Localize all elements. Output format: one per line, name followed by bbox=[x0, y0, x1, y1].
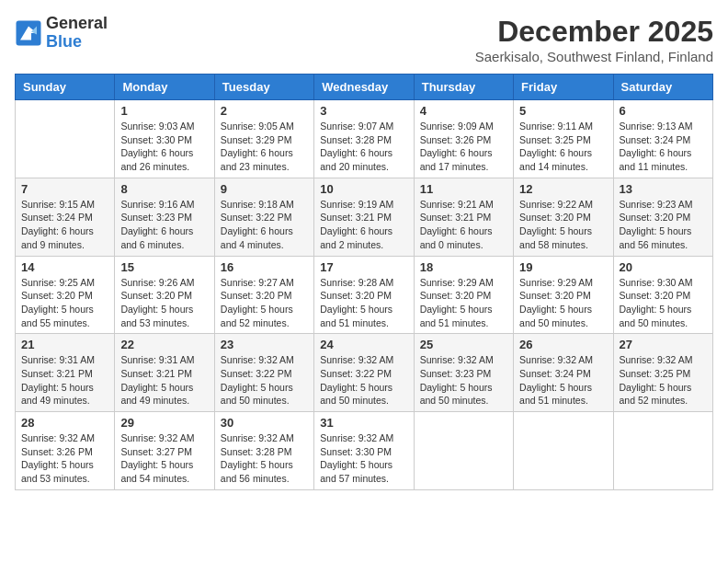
calendar-cell: 1Sunrise: 9:03 AM Sunset: 3:30 PM Daylig… bbox=[115, 100, 214, 178]
day-info: Sunrise: 9:27 AM Sunset: 3:20 PM Dayligh… bbox=[221, 276, 308, 330]
day-number: 29 bbox=[120, 416, 208, 430]
day-number: 6 bbox=[620, 104, 707, 118]
weekday-header: Thursday bbox=[414, 75, 513, 100]
calendar-cell: 23Sunrise: 9:32 AM Sunset: 3:22 PM Dayli… bbox=[214, 334, 313, 412]
day-info: Sunrise: 9:09 AM Sunset: 3:26 PM Dayligh… bbox=[420, 120, 507, 174]
day-number: 31 bbox=[320, 416, 407, 430]
day-number: 27 bbox=[620, 338, 707, 351]
day-number: 21 bbox=[21, 338, 108, 351]
day-number: 26 bbox=[519, 338, 607, 351]
day-info: Sunrise: 9:21 AM Sunset: 3:21 PM Dayligh… bbox=[420, 198, 507, 252]
calendar-cell: 9Sunrise: 9:18 AM Sunset: 3:22 PM Daylig… bbox=[214, 178, 313, 256]
day-number: 30 bbox=[221, 416, 308, 430]
day-info: Sunrise: 9:25 AM Sunset: 3:20 PM Dayligh… bbox=[21, 276, 108, 330]
day-info: Sunrise: 9:22 AM Sunset: 3:20 PM Dayligh… bbox=[519, 198, 607, 252]
day-number: 17 bbox=[320, 260, 407, 274]
day-number: 4 bbox=[420, 104, 507, 118]
weekday-header: Saturday bbox=[613, 75, 712, 100]
day-number: 23 bbox=[221, 338, 308, 351]
day-info: Sunrise: 9:31 AM Sunset: 3:21 PM Dayligh… bbox=[21, 353, 108, 408]
day-number: 10 bbox=[320, 182, 407, 196]
logo-icon bbox=[15, 19, 42, 47]
day-number: 13 bbox=[620, 182, 707, 196]
day-info: Sunrise: 9:18 AM Sunset: 3:22 PM Dayligh… bbox=[221, 198, 308, 252]
day-info: Sunrise: 9:03 AM Sunset: 3:30 PM Dayligh… bbox=[120, 120, 208, 174]
calendar-cell: 27Sunrise: 9:32 AM Sunset: 3:25 PM Dayli… bbox=[613, 334, 712, 412]
calendar-week-row: 14Sunrise: 9:25 AM Sunset: 3:20 PM Dayli… bbox=[16, 256, 713, 334]
day-number: 14 bbox=[21, 260, 108, 274]
day-number: 7 bbox=[21, 182, 108, 196]
calendar-cell: 8Sunrise: 9:16 AM Sunset: 3:23 PM Daylig… bbox=[115, 178, 214, 256]
calendar-week-row: 1Sunrise: 9:03 AM Sunset: 3:30 PM Daylig… bbox=[16, 100, 713, 178]
day-info: Sunrise: 9:13 AM Sunset: 3:24 PM Dayligh… bbox=[620, 120, 707, 174]
day-number: 20 bbox=[620, 260, 707, 274]
day-info: Sunrise: 9:32 AM Sunset: 3:24 PM Dayligh… bbox=[519, 353, 607, 408]
weekday-header: Wednesday bbox=[314, 75, 414, 100]
day-info: Sunrise: 9:15 AM Sunset: 3:24 PM Dayligh… bbox=[21, 198, 108, 252]
calendar-cell bbox=[414, 412, 513, 490]
calendar-cell: 31Sunrise: 9:32 AM Sunset: 3:30 PM Dayli… bbox=[314, 412, 414, 490]
weekday-header: Friday bbox=[514, 75, 613, 100]
day-number: 1 bbox=[120, 104, 208, 118]
day-info: Sunrise: 9:05 AM Sunset: 3:29 PM Dayligh… bbox=[221, 120, 308, 174]
calendar-week-row: 7Sunrise: 9:15 AM Sunset: 3:24 PM Daylig… bbox=[16, 178, 713, 256]
calendar-week-row: 28Sunrise: 9:32 AM Sunset: 3:26 PM Dayli… bbox=[16, 412, 713, 490]
day-number: 24 bbox=[320, 338, 407, 351]
day-number: 19 bbox=[519, 260, 607, 274]
day-number: 2 bbox=[221, 104, 308, 118]
calendar-cell: 22Sunrise: 9:31 AM Sunset: 3:21 PM Dayli… bbox=[115, 334, 214, 412]
calendar-cell: 3Sunrise: 9:07 AM Sunset: 3:28 PM Daylig… bbox=[314, 100, 414, 178]
day-number: 15 bbox=[120, 260, 208, 274]
calendar-cell: 7Sunrise: 9:15 AM Sunset: 3:24 PM Daylig… bbox=[16, 178, 115, 256]
day-info: Sunrise: 9:16 AM Sunset: 3:23 PM Dayligh… bbox=[120, 198, 208, 252]
calendar-week-row: 21Sunrise: 9:31 AM Sunset: 3:21 PM Dayli… bbox=[16, 334, 713, 412]
day-info: Sunrise: 9:29 AM Sunset: 3:20 PM Dayligh… bbox=[519, 276, 607, 330]
day-info: Sunrise: 9:32 AM Sunset: 3:27 PM Dayligh… bbox=[120, 431, 208, 486]
day-info: Sunrise: 9:32 AM Sunset: 3:23 PM Dayligh… bbox=[420, 353, 507, 408]
calendar-cell: 21Sunrise: 9:31 AM Sunset: 3:21 PM Dayli… bbox=[16, 334, 115, 412]
calendar-table: SundayMondayTuesdayWednesdayThursdayFrid… bbox=[15, 74, 713, 490]
day-info: Sunrise: 9:32 AM Sunset: 3:22 PM Dayligh… bbox=[320, 353, 407, 408]
calendar-cell bbox=[514, 412, 613, 490]
weekday-header: Tuesday bbox=[214, 75, 313, 100]
calendar-cell: 18Sunrise: 9:29 AM Sunset: 3:20 PM Dayli… bbox=[414, 256, 513, 334]
day-info: Sunrise: 9:32 AM Sunset: 3:26 PM Dayligh… bbox=[21, 431, 108, 486]
calendar-cell: 19Sunrise: 9:29 AM Sunset: 3:20 PM Dayli… bbox=[514, 256, 613, 334]
calendar-cell: 11Sunrise: 9:21 AM Sunset: 3:21 PM Dayli… bbox=[414, 178, 513, 256]
day-number: 16 bbox=[221, 260, 308, 274]
calendar-cell: 15Sunrise: 9:26 AM Sunset: 3:20 PM Dayli… bbox=[115, 256, 214, 334]
calendar-cell: 16Sunrise: 9:27 AM Sunset: 3:20 PM Dayli… bbox=[214, 256, 313, 334]
weekday-header: Monday bbox=[115, 75, 214, 100]
calendar-cell: 28Sunrise: 9:32 AM Sunset: 3:26 PM Dayli… bbox=[16, 412, 115, 490]
day-info: Sunrise: 9:31 AM Sunset: 3:21 PM Dayligh… bbox=[120, 353, 208, 408]
day-number: 28 bbox=[21, 416, 108, 430]
calendar-cell: 29Sunrise: 9:32 AM Sunset: 3:27 PM Dayli… bbox=[115, 412, 214, 490]
calendar-cell: 5Sunrise: 9:11 AM Sunset: 3:25 PM Daylig… bbox=[514, 100, 613, 178]
month-title: December 2025 bbox=[475, 15, 713, 49]
logo-general: General bbox=[46, 15, 108, 33]
day-info: Sunrise: 9:32 AM Sunset: 3:22 PM Dayligh… bbox=[221, 353, 308, 408]
calendar-cell: 6Sunrise: 9:13 AM Sunset: 3:24 PM Daylig… bbox=[613, 100, 712, 178]
calendar-cell: 25Sunrise: 9:32 AM Sunset: 3:23 PM Dayli… bbox=[414, 334, 513, 412]
location-title: Saerkisalo, Southwest Finland, Finland bbox=[475, 49, 713, 64]
calendar-cell bbox=[613, 412, 712, 490]
calendar-cell: 12Sunrise: 9:22 AM Sunset: 3:20 PM Dayli… bbox=[514, 178, 613, 256]
day-number: 5 bbox=[519, 104, 607, 118]
calendar-cell: 20Sunrise: 9:30 AM Sunset: 3:20 PM Dayli… bbox=[613, 256, 712, 334]
day-number: 11 bbox=[420, 182, 507, 196]
day-number: 12 bbox=[519, 182, 607, 196]
weekday-header: Sunday bbox=[16, 75, 115, 100]
day-number: 25 bbox=[420, 338, 507, 351]
logo: General Blue bbox=[15, 15, 108, 52]
calendar-cell: 26Sunrise: 9:32 AM Sunset: 3:24 PM Dayli… bbox=[514, 334, 613, 412]
logo-text: General Blue bbox=[46, 15, 108, 52]
logo-blue: Blue bbox=[46, 33, 108, 52]
day-info: Sunrise: 9:32 AM Sunset: 3:25 PM Dayligh… bbox=[620, 353, 707, 408]
calendar-cell: 4Sunrise: 9:09 AM Sunset: 3:26 PM Daylig… bbox=[414, 100, 513, 178]
day-info: Sunrise: 9:32 AM Sunset: 3:30 PM Dayligh… bbox=[320, 431, 407, 486]
day-number: 18 bbox=[420, 260, 507, 274]
day-info: Sunrise: 9:28 AM Sunset: 3:20 PM Dayligh… bbox=[320, 276, 407, 330]
calendar-cell: 14Sunrise: 9:25 AM Sunset: 3:20 PM Dayli… bbox=[16, 256, 115, 334]
day-info: Sunrise: 9:23 AM Sunset: 3:20 PM Dayligh… bbox=[620, 198, 707, 252]
calendar-cell: 30Sunrise: 9:32 AM Sunset: 3:28 PM Dayli… bbox=[214, 412, 313, 490]
